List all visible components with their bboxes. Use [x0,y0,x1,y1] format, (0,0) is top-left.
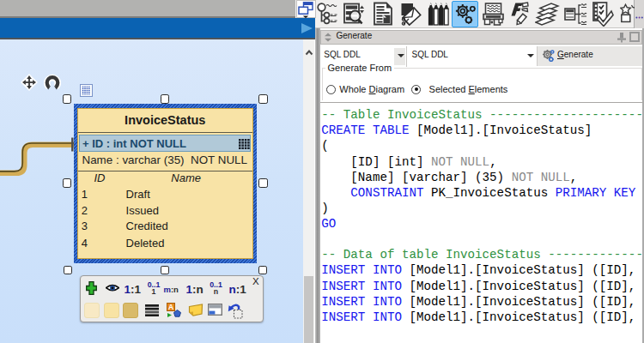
svg-text:A: A [167,303,173,311]
